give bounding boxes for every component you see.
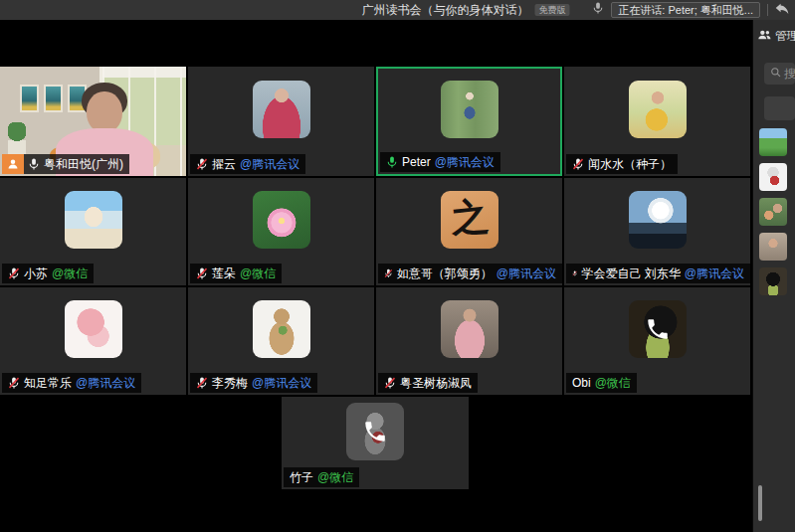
host-badge xyxy=(2,154,24,174)
avatar-lotus xyxy=(253,191,310,249)
participant-name: 学会爱自己 刘东华 xyxy=(581,266,680,282)
avatar-anime-girl xyxy=(65,300,122,358)
microphone-icon xyxy=(592,1,604,15)
host-person-icon xyxy=(7,158,19,170)
participant-label: 莲朵@微信 xyxy=(190,264,282,283)
video-tile[interactable]: 知足常乐@腾讯会议 xyxy=(0,287,186,395)
participant-name: Peter xyxy=(402,155,431,169)
topbar-right-cluster: 正在讲话: Peter; 粤和田悦... xyxy=(592,0,789,20)
participant-label: 粤圣树杨淑凤 xyxy=(378,373,478,393)
participant-label: 竹子@微信 xyxy=(284,467,359,487)
avatar-cloud xyxy=(629,191,687,249)
participant-label: 知足常乐@腾讯会议 xyxy=(2,373,141,393)
mic-muted-icon xyxy=(196,376,208,390)
mic-muted-icon xyxy=(8,376,20,390)
participant-name: 闻水水（种子） xyxy=(588,156,672,173)
member-list xyxy=(753,128,795,295)
mic-muted-icon xyxy=(8,266,20,280)
avatar-red-lady xyxy=(253,81,310,138)
video-tile[interactable]: 学会爱自己 刘东华@腾讯会议 xyxy=(564,178,750,285)
member-avatar-black-cat[interactable] xyxy=(759,267,787,295)
participant-name: 李秀梅 xyxy=(212,375,248,392)
search-icon xyxy=(770,67,781,81)
mic-on-icon xyxy=(28,157,40,171)
participant-label: Obi@微信 xyxy=(566,373,637,393)
platform-tag: @腾讯会议 xyxy=(497,266,556,282)
avatar-buddha xyxy=(65,191,122,249)
avatar-jade-bear xyxy=(253,300,310,358)
house-plant xyxy=(8,122,26,154)
video-tile[interactable]: 小苏@微信 xyxy=(0,178,186,285)
platform-tag: @腾讯会议 xyxy=(76,375,135,392)
member-avatar-woman-photo[interactable] xyxy=(759,233,787,261)
video-tile[interactable]: 莲朵@微信 xyxy=(188,178,374,285)
phone-handset-icon xyxy=(645,316,671,342)
participant-name: 如意哥（郭颂勇） xyxy=(397,266,493,282)
members-icon xyxy=(758,29,771,44)
mic-muted-icon xyxy=(384,376,396,390)
video-tile[interactable]: Obi@微信 xyxy=(564,287,750,395)
video-grid: 粤和田悦(广州) 擢云@腾讯会议 Peter@腾讯会议 闻水水（种子） 小苏@微… xyxy=(0,20,752,532)
member-search-input[interactable]: 搜索 xyxy=(764,63,795,85)
participant-label: 李秀梅@腾讯会议 xyxy=(190,373,317,393)
speaking-status-box: 正在讲话: Peter; 粤和田悦... xyxy=(611,2,760,18)
phone-handset-icon xyxy=(362,419,388,444)
member-avatar-green-landscape[interactable] xyxy=(759,128,787,156)
participant-name: 莲朵 xyxy=(212,266,236,282)
participant-name: 知足常乐 xyxy=(24,375,72,392)
avatar-sunflower-lady xyxy=(629,81,687,138)
participant-label: 擢云@腾讯会议 xyxy=(190,154,305,174)
platform-tag: @腾讯会议 xyxy=(240,156,299,173)
mic-muted-icon xyxy=(196,266,208,280)
avatar-black-cat xyxy=(629,300,687,358)
platform-tag: @腾讯会议 xyxy=(435,154,495,171)
participant-label: Peter@腾讯会议 xyxy=(380,152,500,172)
video-tile[interactable]: 擢云@腾讯会议 xyxy=(188,67,374,176)
video-tile[interactable]: 如意哥（郭颂勇）@腾讯会议 xyxy=(376,178,562,285)
video-tile[interactable]: 竹子@微信 xyxy=(282,397,469,489)
top-bar: 广州读书会（与你的身体对话） 免费版 正在讲话: Peter; 粤和田悦... xyxy=(0,0,795,20)
avatar-bamboo-man xyxy=(441,81,498,138)
microphone-icon xyxy=(592,1,604,19)
mic-speaking-icon xyxy=(386,155,398,169)
meeting-title-group: 广州读书会（与你的身体对话） 免费版 xyxy=(362,0,570,20)
participant-label: 学会爱自己 刘东华@腾讯会议 xyxy=(566,264,750,283)
platform-tag: @微信 xyxy=(240,266,276,282)
participant-name: Obi xyxy=(572,376,591,390)
avatar-calligraphy xyxy=(441,191,498,249)
platform-tag: @腾讯会议 xyxy=(252,375,311,392)
sidebar-scrollbar[interactable] xyxy=(758,485,762,521)
mic-muted-icon xyxy=(196,157,208,171)
video-tile[interactable]: 粤和田悦(广州) xyxy=(0,67,186,176)
avatar-rabbit-dim xyxy=(346,403,404,460)
video-tile[interactable]: 李秀梅@腾讯会议 xyxy=(188,287,374,395)
platform-tag: @微信 xyxy=(52,266,88,282)
platform-tag: @微信 xyxy=(317,469,353,486)
free-version-badge: 免费版 xyxy=(535,4,570,16)
video-tile[interactable]: Peter@腾讯会议 xyxy=(376,67,562,176)
participant-label: 闻水水（种子） xyxy=(566,154,678,174)
member-panel: 管理成员 搜索 xyxy=(752,20,795,532)
reply-arrow-icon[interactable] xyxy=(775,1,789,19)
member-panel-header: 管理成员 xyxy=(753,20,795,45)
video-tile[interactable]: 闻水水（种子） xyxy=(564,67,750,176)
participant-name: 粤和田悦(广州) xyxy=(44,156,123,173)
wall-paintings xyxy=(20,85,87,112)
mic-muted-icon xyxy=(572,157,584,171)
member-avatar-family-photo[interactable] xyxy=(759,198,787,226)
video-tile[interactable]: 粤圣树杨淑凤 xyxy=(376,287,562,395)
meeting-title: 广州读书会（与你的身体对话） xyxy=(362,2,529,19)
participant-name: 小苏 xyxy=(24,266,48,282)
person-face xyxy=(87,91,122,133)
member-filter-box[interactable] xyxy=(764,96,795,120)
participant-label: 小苏@微信 xyxy=(2,264,94,283)
participant-label: 粤和田悦(广州) xyxy=(2,154,129,174)
avatar-pink-lady xyxy=(441,300,498,358)
member-panel-title: 管理成员 xyxy=(775,28,795,45)
meeting-window: 广州读书会（与你的身体对话） 免费版 正在讲话: Peter; 粤和田悦... … xyxy=(0,0,795,532)
platform-tag: @腾讯会议 xyxy=(685,266,744,282)
topbar-divider xyxy=(767,4,768,16)
participant-name: 擢云 xyxy=(212,156,236,173)
member-avatar-white-rabbit[interactable] xyxy=(759,163,787,191)
mic-muted-icon xyxy=(572,266,577,280)
